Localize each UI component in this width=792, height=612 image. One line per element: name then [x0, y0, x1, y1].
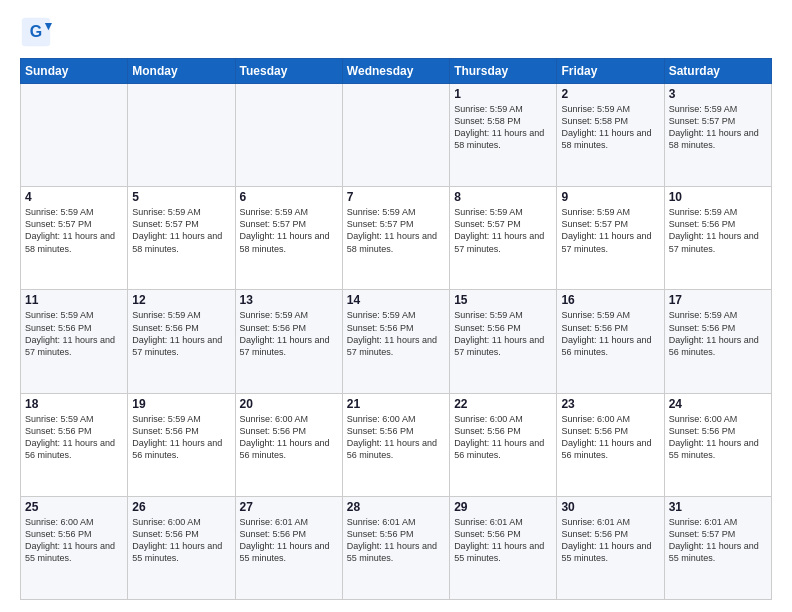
day-info: Sunrise: 6:00 AM Sunset: 5:56 PM Dayligh… [25, 516, 123, 565]
day-cell: 20Sunrise: 6:00 AM Sunset: 5:56 PM Dayli… [235, 393, 342, 496]
day-number: 30 [561, 500, 659, 514]
calendar-table: SundayMondayTuesdayWednesdayThursdayFrid… [20, 58, 772, 600]
day-info: Sunrise: 6:00 AM Sunset: 5:56 PM Dayligh… [240, 413, 338, 462]
day-cell: 8Sunrise: 5:59 AM Sunset: 5:57 PM Daylig… [450, 187, 557, 290]
day-number: 17 [669, 293, 767, 307]
day-header-thursday: Thursday [450, 59, 557, 84]
day-cell: 4Sunrise: 5:59 AM Sunset: 5:57 PM Daylig… [21, 187, 128, 290]
page: G SundayMondayTuesdayWednesdayThursdayFr… [0, 0, 792, 612]
header: G [20, 16, 772, 48]
day-info: Sunrise: 6:01 AM Sunset: 5:56 PM Dayligh… [454, 516, 552, 565]
day-info: Sunrise: 5:59 AM Sunset: 5:56 PM Dayligh… [669, 206, 767, 255]
day-number: 25 [25, 500, 123, 514]
day-number: 16 [561, 293, 659, 307]
day-cell: 2Sunrise: 5:59 AM Sunset: 5:58 PM Daylig… [557, 84, 664, 187]
day-info: Sunrise: 5:59 AM Sunset: 5:56 PM Dayligh… [454, 309, 552, 358]
day-cell: 7Sunrise: 5:59 AM Sunset: 5:57 PM Daylig… [342, 187, 449, 290]
day-cell [235, 84, 342, 187]
day-number: 18 [25, 397, 123, 411]
day-number: 7 [347, 190, 445, 204]
week-row-5: 25Sunrise: 6:00 AM Sunset: 5:56 PM Dayli… [21, 496, 772, 599]
day-info: Sunrise: 6:00 AM Sunset: 5:56 PM Dayligh… [669, 413, 767, 462]
day-cell: 13Sunrise: 5:59 AM Sunset: 5:56 PM Dayli… [235, 290, 342, 393]
day-info: Sunrise: 6:01 AM Sunset: 5:56 PM Dayligh… [347, 516, 445, 565]
day-cell: 26Sunrise: 6:00 AM Sunset: 5:56 PM Dayli… [128, 496, 235, 599]
day-number: 1 [454, 87, 552, 101]
day-cell: 1Sunrise: 5:59 AM Sunset: 5:58 PM Daylig… [450, 84, 557, 187]
day-cell: 23Sunrise: 6:00 AM Sunset: 5:56 PM Dayli… [557, 393, 664, 496]
day-header-friday: Friday [557, 59, 664, 84]
day-cell: 9Sunrise: 5:59 AM Sunset: 5:57 PM Daylig… [557, 187, 664, 290]
day-number: 15 [454, 293, 552, 307]
day-cell: 15Sunrise: 5:59 AM Sunset: 5:56 PM Dayli… [450, 290, 557, 393]
day-number: 26 [132, 500, 230, 514]
day-cell: 30Sunrise: 6:01 AM Sunset: 5:56 PM Dayli… [557, 496, 664, 599]
day-cell: 25Sunrise: 6:00 AM Sunset: 5:56 PM Dayli… [21, 496, 128, 599]
day-number: 20 [240, 397, 338, 411]
day-info: Sunrise: 5:59 AM Sunset: 5:56 PM Dayligh… [669, 309, 767, 358]
day-cell: 12Sunrise: 5:59 AM Sunset: 5:56 PM Dayli… [128, 290, 235, 393]
day-info: Sunrise: 5:59 AM Sunset: 5:57 PM Dayligh… [669, 103, 767, 152]
day-cell: 18Sunrise: 5:59 AM Sunset: 5:56 PM Dayli… [21, 393, 128, 496]
day-info: Sunrise: 5:59 AM Sunset: 5:57 PM Dayligh… [454, 206, 552, 255]
day-cell: 22Sunrise: 6:00 AM Sunset: 5:56 PM Dayli… [450, 393, 557, 496]
day-info: Sunrise: 6:00 AM Sunset: 5:56 PM Dayligh… [132, 516, 230, 565]
day-header-saturday: Saturday [664, 59, 771, 84]
day-info: Sunrise: 5:59 AM Sunset: 5:57 PM Dayligh… [25, 206, 123, 255]
logo-icon: G [20, 16, 52, 48]
day-number: 5 [132, 190, 230, 204]
day-info: Sunrise: 5:59 AM Sunset: 5:57 PM Dayligh… [347, 206, 445, 255]
day-cell: 10Sunrise: 5:59 AM Sunset: 5:56 PM Dayli… [664, 187, 771, 290]
week-row-4: 18Sunrise: 5:59 AM Sunset: 5:56 PM Dayli… [21, 393, 772, 496]
day-cell: 17Sunrise: 5:59 AM Sunset: 5:56 PM Dayli… [664, 290, 771, 393]
day-info: Sunrise: 5:59 AM Sunset: 5:56 PM Dayligh… [561, 309, 659, 358]
day-cell: 31Sunrise: 6:01 AM Sunset: 5:57 PM Dayli… [664, 496, 771, 599]
day-number: 4 [25, 190, 123, 204]
day-number: 9 [561, 190, 659, 204]
day-header-wednesday: Wednesday [342, 59, 449, 84]
day-cell [342, 84, 449, 187]
week-row-2: 4Sunrise: 5:59 AM Sunset: 5:57 PM Daylig… [21, 187, 772, 290]
day-number: 10 [669, 190, 767, 204]
day-number: 29 [454, 500, 552, 514]
day-number: 22 [454, 397, 552, 411]
svg-text:G: G [30, 23, 42, 40]
day-number: 6 [240, 190, 338, 204]
day-cell: 16Sunrise: 5:59 AM Sunset: 5:56 PM Dayli… [557, 290, 664, 393]
day-cell: 24Sunrise: 6:00 AM Sunset: 5:56 PM Dayli… [664, 393, 771, 496]
day-number: 23 [561, 397, 659, 411]
day-cell: 5Sunrise: 5:59 AM Sunset: 5:57 PM Daylig… [128, 187, 235, 290]
day-info: Sunrise: 6:00 AM Sunset: 5:56 PM Dayligh… [454, 413, 552, 462]
week-row-1: 1Sunrise: 5:59 AM Sunset: 5:58 PM Daylig… [21, 84, 772, 187]
day-info: Sunrise: 6:01 AM Sunset: 5:56 PM Dayligh… [561, 516, 659, 565]
day-number: 27 [240, 500, 338, 514]
day-number: 24 [669, 397, 767, 411]
day-number: 8 [454, 190, 552, 204]
day-header-monday: Monday [128, 59, 235, 84]
day-info: Sunrise: 5:59 AM Sunset: 5:57 PM Dayligh… [132, 206, 230, 255]
day-number: 12 [132, 293, 230, 307]
day-info: Sunrise: 5:59 AM Sunset: 5:56 PM Dayligh… [240, 309, 338, 358]
day-cell: 19Sunrise: 5:59 AM Sunset: 5:56 PM Dayli… [128, 393, 235, 496]
day-number: 3 [669, 87, 767, 101]
day-cell: 6Sunrise: 5:59 AM Sunset: 5:57 PM Daylig… [235, 187, 342, 290]
day-info: Sunrise: 6:01 AM Sunset: 5:57 PM Dayligh… [669, 516, 767, 565]
day-header-sunday: Sunday [21, 59, 128, 84]
day-number: 21 [347, 397, 445, 411]
day-cell: 11Sunrise: 5:59 AM Sunset: 5:56 PM Dayli… [21, 290, 128, 393]
day-info: Sunrise: 5:59 AM Sunset: 5:56 PM Dayligh… [132, 309, 230, 358]
day-info: Sunrise: 5:59 AM Sunset: 5:57 PM Dayligh… [561, 206, 659, 255]
day-cell: 21Sunrise: 6:00 AM Sunset: 5:56 PM Dayli… [342, 393, 449, 496]
day-number: 13 [240, 293, 338, 307]
day-cell [128, 84, 235, 187]
day-number: 28 [347, 500, 445, 514]
calendar-body: 1Sunrise: 5:59 AM Sunset: 5:58 PM Daylig… [21, 84, 772, 600]
day-info: Sunrise: 6:00 AM Sunset: 5:56 PM Dayligh… [347, 413, 445, 462]
day-cell [21, 84, 128, 187]
day-info: Sunrise: 5:59 AM Sunset: 5:58 PM Dayligh… [454, 103, 552, 152]
day-number: 14 [347, 293, 445, 307]
calendar-header: SundayMondayTuesdayWednesdayThursdayFrid… [21, 59, 772, 84]
days-header-row: SundayMondayTuesdayWednesdayThursdayFrid… [21, 59, 772, 84]
day-cell: 27Sunrise: 6:01 AM Sunset: 5:56 PM Dayli… [235, 496, 342, 599]
day-number: 31 [669, 500, 767, 514]
